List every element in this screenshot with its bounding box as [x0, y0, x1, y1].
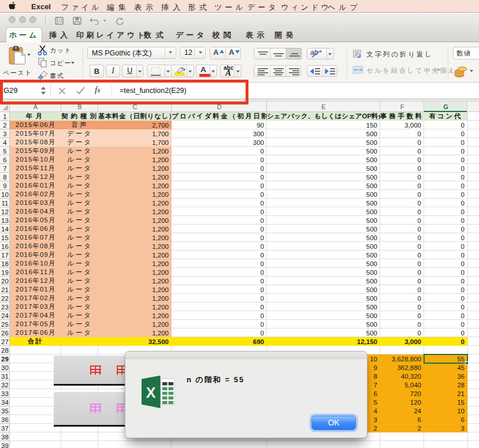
svg-text:X: X — [146, 384, 156, 401]
